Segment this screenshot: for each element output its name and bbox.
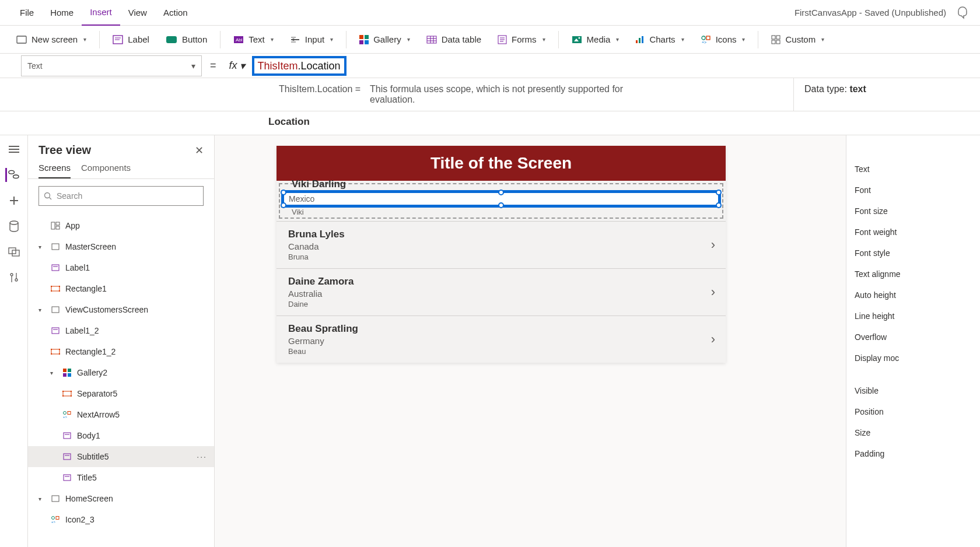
svg-rect-67 bbox=[51, 349, 60, 354]
tree-item-viewcustomers[interactable]: ▾ ViewCustomersScreen bbox=[28, 299, 214, 320]
gallery-item[interactable]: Beau Spratling Germany Beau › bbox=[276, 315, 726, 363]
icons-icon: +> bbox=[50, 515, 61, 524]
advanced-tools-icon[interactable] bbox=[7, 271, 21, 285]
media-dd-label: Media bbox=[587, 34, 611, 44]
prop-font-weight[interactable]: Font weight bbox=[855, 222, 972, 243]
svg-point-8 bbox=[292, 38, 295, 41]
tree-item-body1[interactable]: Body1 bbox=[28, 425, 214, 446]
tree-item-label1[interactable]: Label1 bbox=[28, 257, 214, 278]
canvas-area[interactable]: Title of the Screen Viki Darling Mexico … bbox=[215, 135, 980, 547]
flow-checker-icon[interactable] bbox=[957, 6, 968, 19]
prop-visible[interactable]: Visible bbox=[855, 380, 972, 401]
prop-size[interactable]: Size bbox=[855, 422, 972, 443]
formula-help-description: This formula uses scope, which is not pr… bbox=[365, 78, 628, 111]
more-options-icon[interactable]: ··· bbox=[197, 452, 207, 461]
prop-text[interactable]: Text bbox=[855, 159, 972, 180]
chevron-down-icon: ▾ bbox=[271, 36, 274, 43]
menu-home[interactable]: Home bbox=[42, 0, 82, 26]
tree-item-app[interactable]: App bbox=[28, 215, 214, 236]
tree-item-masterscreen[interactable]: ▾ MasterScreen bbox=[28, 236, 214, 257]
gallery-item[interactable]: Daine Zamora Australia Daine › bbox=[276, 268, 726, 315]
chevron-right-icon[interactable]: › bbox=[711, 285, 715, 300]
tree-list: App ▾ MasterScreen Label1 Rectangle1 ▾ V… bbox=[28, 213, 214, 547]
prop-position[interactable]: Position bbox=[855, 401, 972, 422]
label-icon bbox=[50, 326, 61, 335]
gallery-item-name[interactable]: Viki Darling bbox=[281, 178, 721, 190]
new-screen-button[interactable]: New screen ▾ bbox=[10, 27, 92, 52]
prop-font-style[interactable]: Font style bbox=[855, 243, 972, 264]
prop-text-align[interactable]: Text alignme bbox=[855, 264, 972, 285]
tree-item-separator5[interactable]: Separator5 bbox=[28, 383, 214, 404]
tree-item-label1-2[interactable]: Label1_2 bbox=[28, 320, 214, 341]
tree-item-subtitle5[interactable]: Subtitle5 ··· bbox=[28, 446, 214, 467]
gallery-template-item[interactable]: Viki Darling Mexico Viki › bbox=[279, 183, 723, 219]
tree-item-rectangle1-2[interactable]: Rectangle1_2 bbox=[28, 341, 214, 362]
media-dropdown[interactable]: Media ▾ bbox=[566, 27, 625, 52]
gallery-item-name: Beau Spratling bbox=[288, 323, 714, 335]
close-icon[interactable]: ✕ bbox=[195, 144, 204, 157]
label-icon bbox=[62, 473, 72, 482]
svg-rect-55 bbox=[56, 226, 60, 229]
data-icon[interactable] bbox=[7, 219, 21, 233]
custom-icon bbox=[771, 35, 780, 44]
tab-components[interactable]: Components bbox=[81, 163, 131, 178]
prop-auto-height[interactable]: Auto height bbox=[855, 285, 972, 306]
tree-item-label: Gallery2 bbox=[77, 368, 107, 377]
svg-point-60 bbox=[51, 286, 52, 287]
menu-action[interactable]: Action bbox=[155, 0, 196, 26]
formula-input[interactable]: ThisItem.Location bbox=[258, 59, 341, 72]
input-dropdown[interactable]: Input ▾ bbox=[284, 27, 339, 52]
gallery-dropdown[interactable]: Gallery ▾ bbox=[354, 27, 416, 52]
prop-padding[interactable]: Padding bbox=[855, 443, 972, 464]
svg-text:+>: +> bbox=[702, 40, 706, 44]
search-placeholder: Search bbox=[57, 191, 82, 201]
forms-dropdown[interactable]: Forms ▾ bbox=[492, 27, 551, 52]
tree-item-homescreen[interactable]: ▾ HomeScreen bbox=[28, 488, 214, 509]
prop-overflow[interactable]: Overflow bbox=[855, 327, 972, 348]
icons-dropdown[interactable]: +> Icons ▾ bbox=[695, 27, 751, 52]
gallery-item[interactable]: Bruna Lyles Canada Bruna › bbox=[276, 221, 726, 268]
add-icon[interactable] bbox=[7, 194, 21, 208]
prop-font[interactable]: Font bbox=[855, 180, 972, 201]
data-table-button[interactable]: Data table bbox=[421, 27, 487, 52]
chevron-right-icon[interactable]: › bbox=[711, 237, 715, 253]
prop-line-height[interactable]: Line height bbox=[855, 306, 972, 327]
app-canvas[interactable]: Title of the Screen Viki Darling Mexico … bbox=[276, 146, 726, 363]
icons-dd-label: Icons bbox=[716, 34, 737, 44]
data-type-label: Data type: bbox=[804, 84, 847, 94]
screen-title-label[interactable]: Title of the Screen bbox=[276, 146, 726, 181]
selected-subtitle-control[interactable]: Mexico bbox=[281, 190, 721, 208]
tree-view-panel: Tree view ✕ Screens Components Search Ap… bbox=[28, 135, 215, 547]
text-dropdown[interactable]: Abl Text ▾ bbox=[228, 27, 279, 52]
tree-search-input[interactable]: Search bbox=[38, 186, 204, 206]
tree-item-icon2-3[interactable]: +> Icon2_3 bbox=[28, 509, 214, 530]
custom-dropdown[interactable]: Custom ▾ bbox=[765, 27, 830, 52]
fx-button[interactable]: fx ▾ bbox=[225, 59, 250, 72]
menu-insert[interactable]: Insert bbox=[82, 0, 120, 26]
property-dropdown[interactable]: Text ▾ bbox=[21, 55, 202, 76]
chevron-down-icon: ▾ bbox=[38, 496, 46, 502]
gallery-dd-label: Gallery bbox=[373, 34, 401, 44]
tree-item-gallery2[interactable]: ▾ Gallery2 bbox=[28, 362, 214, 383]
label-icon bbox=[62, 452, 72, 461]
tree-item-nextarrow5[interactable]: +> NextArrow5 bbox=[28, 404, 214, 425]
label-button[interactable]: Label bbox=[107, 27, 155, 52]
button-button[interactable]: Button bbox=[160, 27, 213, 52]
tab-screens[interactable]: Screens bbox=[38, 163, 71, 178]
chevron-right-icon[interactable]: › bbox=[711, 332, 715, 347]
tree-item-title5[interactable]: Title5 bbox=[28, 467, 214, 488]
chevron-down-icon: ▾ bbox=[38, 244, 46, 250]
tree-item-rectangle1[interactable]: Rectangle1 bbox=[28, 278, 214, 299]
gallery-item-name: Bruna Lyles bbox=[288, 229, 714, 240]
prop-display-mode[interactable]: Display moc bbox=[855, 348, 972, 369]
charts-dropdown[interactable]: Charts ▾ bbox=[629, 27, 690, 52]
svg-rect-56 bbox=[52, 244, 59, 250]
menu-file[interactable]: File bbox=[12, 0, 42, 26]
hamburger-icon[interactable] bbox=[7, 142, 21, 156]
prop-font-size[interactable]: Font size bbox=[855, 201, 972, 222]
tree-item-label: Rectangle1 bbox=[65, 284, 107, 293]
gallery-item-body[interactable]: Viki bbox=[281, 208, 721, 216]
menu-view[interactable]: View bbox=[120, 0, 155, 26]
media-panel-icon[interactable] bbox=[7, 245, 21, 259]
tree-view-icon[interactable] bbox=[5, 168, 19, 182]
